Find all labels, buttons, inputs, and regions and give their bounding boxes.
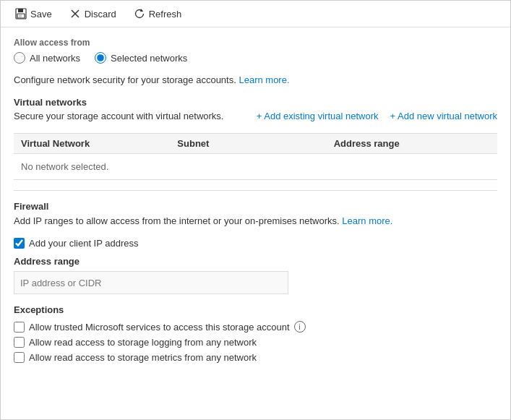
info-learn-more-link[interactable]: Learn more.	[239, 74, 289, 85]
toolbar: Save Discard Refresh	[1, 1, 510, 27]
main-content: Allow access from All networks Selected …	[1, 27, 510, 377]
save-label: Save	[30, 9, 52, 20]
firewall-description: Add IP ranges to allow access from the i…	[14, 215, 497, 228]
virtual-networks-section: Virtual networks Secure your storage acc…	[14, 97, 497, 180]
refresh-label: Refresh	[149, 9, 182, 20]
save-button[interactable]: Save	[12, 7, 55, 21]
add-new-vnet-link[interactable]: + Add new virtual network	[390, 111, 498, 121]
firewall-section: Firewall Add IP ranges to allow access f…	[14, 201, 497, 294]
client-ip-label: Add your client IP address	[29, 238, 139, 249]
configure-info: Configure network security for your stor…	[14, 74, 497, 87]
save-icon	[15, 8, 27, 20]
firewall-desc-text: Add IP ranges to allow access from the i…	[14, 215, 340, 226]
all-networks-radio[interactable]	[14, 52, 25, 64]
col-subnet: Subnet	[177, 138, 333, 149]
exception-label-1: Allow trusted Microsoft services to acce…	[29, 322, 290, 333]
configure-text: Configure network security for your stor…	[14, 74, 236, 85]
vnet-header: Virtual networks	[14, 97, 497, 108]
discard-label: Discard	[85, 9, 116, 20]
col-address: Address range	[334, 138, 490, 149]
exceptions-title: Exceptions	[14, 304, 497, 315]
client-ip-checkbox-label[interactable]: Add your client IP address	[14, 238, 497, 249]
refresh-button[interactable]: Refresh	[131, 7, 185, 21]
exception-checkbox-3[interactable]	[14, 352, 25, 363]
discard-button[interactable]: Discard	[66, 7, 119, 21]
exception-item-3: Allow read access to storage metrics fro…	[14, 352, 497, 363]
vnet-table: Virtual Network Subnet Address range No …	[14, 133, 497, 180]
exception-checkbox-2[interactable]	[14, 337, 25, 348]
refresh-icon	[134, 8, 145, 20]
vnet-title: Virtual networks	[14, 97, 87, 108]
ip-address-input[interactable]	[14, 271, 288, 294]
svg-rect-3	[19, 14, 22, 17]
selected-networks-radio[interactable]	[95, 52, 106, 64]
svg-rect-1	[18, 9, 23, 12]
selected-networks-option[interactable]: Selected networks	[95, 52, 187, 64]
client-ip-checkbox[interactable]	[14, 238, 25, 249]
exception-checkbox-1[interactable]	[14, 322, 25, 333]
table-empty-message: No network selected.	[14, 154, 497, 179]
access-radio-group: All networks Selected networks	[14, 52, 497, 64]
selected-networks-label: Selected networks	[111, 53, 187, 64]
all-networks-label: All networks	[30, 53, 80, 64]
exception-item-2: Allow read access to storage logging fro…	[14, 337, 497, 348]
vnet-subtitle: Secure your storage account with virtual…	[14, 111, 223, 121]
vnet-actions: + Add existing virtual network + Add new…	[257, 111, 497, 121]
allow-access-label: Allow access from	[14, 38, 497, 48]
exceptions-section: Exceptions Allow trusted Microsoft servi…	[14, 304, 497, 363]
firewall-learn-more-link[interactable]: Learn more.	[342, 215, 392, 226]
section-divider	[14, 190, 497, 191]
address-range-label: Address range	[14, 256, 497, 267]
col-vnet: Virtual Network	[21, 138, 177, 149]
exception-info-icon-1: i	[294, 321, 306, 333]
table-header: Virtual Network Subnet Address range	[14, 134, 497, 154]
exception-item-1: Allow trusted Microsoft services to acce…	[14, 321, 497, 333]
add-existing-vnet-link[interactable]: + Add existing virtual network	[257, 111, 379, 121]
all-networks-option[interactable]: All networks	[14, 52, 80, 64]
exception-label-3: Allow read access to storage metrics fro…	[29, 352, 257, 363]
exception-label-2: Allow read access to storage logging fro…	[29, 337, 257, 348]
discard-icon	[69, 8, 81, 20]
firewall-title: Firewall	[14, 201, 497, 212]
